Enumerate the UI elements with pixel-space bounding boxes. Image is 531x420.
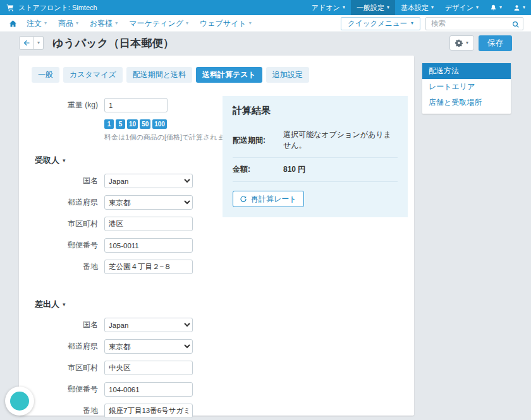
field-label: 番地 [32, 261, 104, 272]
account-menu[interactable]: ▾ [508, 0, 531, 15]
chevron-down-icon: ▾ [431, 5, 434, 10]
sidebar-item-stores-pickup-points[interactable]: 店舗と受取場所 [422, 95, 511, 111]
shipping-time-value: 選択可能なオプションがありません。 [283, 129, 398, 151]
menu-design[interactable]: デザイン ▾ [439, 0, 484, 15]
topbar: ストアフロント: Simtech アドオン ▾ 一般設定 ▾ 基本設定 ▾ デザ… [0, 0, 531, 15]
field-label: 番地 [32, 405, 104, 416]
home-icon[interactable] [8, 20, 21, 28]
tab-rate-calculation-test[interactable]: 送料計算テスト [196, 67, 262, 83]
quick-menu-button[interactable]: クイックメニュー ▾ [341, 17, 420, 30]
sidebar-item-rate-areas[interactable]: レートエリア [422, 79, 511, 95]
sender-city-row: 市区町村 [32, 361, 401, 375]
tab-bar: 一般 カスタマイズ 配送期間と送料 送料計算テスト 追加設定 [32, 67, 401, 83]
refresh-icon [240, 195, 247, 203]
chevron-down-icon: ▾ [523, 5, 525, 10]
chevron-down-icon: ▾ [37, 40, 40, 45]
sender-state-select[interactable]: 東京都 [104, 339, 193, 354]
recalculate-rates-button[interactable]: 再計算レート [233, 191, 304, 207]
chevron-down-icon: ▾ [63, 302, 66, 308]
amount-label: 金額: [233, 164, 283, 175]
back-button[interactable] [19, 36, 34, 50]
arrow-left-icon [23, 39, 30, 47]
field-label: 市区町村 [32, 219, 104, 229]
field-label: 都道府県 [32, 341, 104, 352]
sender-address-row: 番地 [32, 404, 401, 418]
sidebar: 配送方法 レートエリア 店舗と受取場所 [422, 63, 511, 114]
recipient-country-select[interactable]: Japan [104, 174, 193, 188]
amount-value: 810 円 [283, 164, 305, 175]
chevron-down-icon: ▾ [186, 21, 188, 26]
field-label: 市区町村 [32, 363, 104, 373]
sender-city-input[interactable] [104, 361, 193, 375]
page-header-actions: ▾ 保存 [449, 35, 512, 51]
tab-customize[interactable]: カスタマイズ [63, 67, 123, 83]
weight-label: 重量 (kg) [32, 100, 104, 111]
weight-preset-100[interactable]: 100 [152, 119, 167, 129]
sender-country-select[interactable]: Japan [104, 318, 193, 332]
menu-basic-settings[interactable]: 基本設定 ▾ [395, 0, 439, 15]
tab-additional-settings[interactable]: 追加設定 [266, 67, 309, 83]
weight-preset-10[interactable]: 10 [127, 119, 138, 129]
notifications-menu[interactable]: ▾ [484, 0, 508, 15]
chevron-down-icon: ▾ [466, 40, 468, 45]
chevron-down-icon: ▾ [343, 5, 345, 10]
field-label: 国名 [32, 176, 104, 186]
chat-widget-button[interactable] [5, 387, 34, 416]
nav-item-customers[interactable]: お客様 ▾ [84, 18, 123, 29]
cart-icon [6, 4, 14, 11]
shipping-time-row: 配送期間: 選択可能なオプションがありません。 [233, 123, 398, 158]
search-icon[interactable] [512, 20, 520, 31]
chevron-down-icon: ▾ [76, 21, 78, 26]
recipient-city-input[interactable] [104, 217, 193, 231]
weight-preset-50[interactable]: 50 [140, 119, 150, 129]
settings-gear-button[interactable]: ▾ [449, 35, 474, 51]
chevron-down-icon: ▾ [249, 21, 252, 26]
search-box [425, 17, 523, 30]
shipping-method-card: 一般 カスタマイズ 配送期間と送料 送料計算テスト 追加設定 重量 (kg) 1… [19, 56, 414, 416]
recipient-address-input[interactable] [104, 260, 193, 274]
recipient-state-select[interactable]: 東京都 [104, 195, 193, 210]
menu-addons[interactable]: アドオン ▾ [306, 0, 351, 15]
sender-address-input[interactable] [104, 404, 193, 418]
admin-page: ストアフロント: Simtech アドオン ▾ 一般設定 ▾ 基本設定 ▾ デザ… [0, 0, 531, 420]
sender-section-toggle[interactable]: 差出人 ▾ [35, 299, 401, 310]
save-button[interactable]: 保存 [479, 35, 512, 51]
chevron-down-icon: ▾ [476, 5, 479, 10]
weight-preset-5[interactable]: 5 [116, 119, 125, 129]
weight-preset-1[interactable]: 1 [104, 119, 114, 129]
nav-item-orders[interactable]: 注文 ▾ [21, 18, 52, 29]
gear-icon [455, 39, 463, 47]
main-navbar: 注文 ▾ 商品 ▾ お客様 ▾ マーケティング ▾ ウェブサイト ▾ クイックメ… [0, 15, 531, 32]
nav-item-products[interactable]: 商品 ▾ [52, 18, 84, 29]
chevron-down-icon: ▾ [63, 158, 66, 164]
weight-input[interactable] [104, 98, 168, 112]
chevron-down-icon: ▾ [44, 21, 47, 26]
recipient-city-row: 市区町村 [32, 217, 401, 231]
shipping-time-label: 配送期間: [233, 135, 283, 146]
menu-general-settings[interactable]: 一般設定 ▾ [351, 0, 395, 15]
sender-state-row: 都道府県 東京都 [32, 339, 401, 354]
back-dropdown-button[interactable]: ▾ [34, 36, 44, 50]
recipient-address-row: 番地 [32, 260, 401, 274]
sidebar-item-shipping-methods[interactable]: 配送方法 [422, 63, 511, 79]
tab-shipping-time-rates[interactable]: 配送期間と送料 [126, 67, 192, 83]
recipient-zip-input[interactable] [104, 238, 193, 253]
calculation-result-panel: 計算結果 配送期間: 選択可能なオプションがありません。 金額: 810 円 再… [223, 96, 408, 217]
chevron-down-icon: ▾ [499, 5, 502, 10]
tab-general[interactable]: 一般 [32, 67, 59, 83]
search-input[interactable] [425, 17, 523, 30]
chevron-down-icon: ▾ [387, 5, 389, 10]
page-header: ▾ ゆうパック（日本郵便） ▾ 保存 [0, 32, 531, 54]
nav-item-website[interactable]: ウェブサイト ▾ [194, 18, 257, 29]
storefront-switcher[interactable]: ストアフロント: Simtech [6, 0, 97, 15]
recipient-zip-row: 郵便番号 [32, 238, 401, 253]
chat-logo-icon [10, 392, 29, 411]
sender-zip-input[interactable] [104, 382, 193, 397]
storefront-label: ストアフロント: Simtech [18, 3, 97, 13]
result-title: 計算結果 [233, 105, 398, 117]
field-label: 都道府県 [32, 197, 104, 208]
bell-icon [490, 4, 497, 11]
sender-country-row: 国名 Japan [32, 318, 401, 332]
nav-item-marketing[interactable]: マーケティング ▾ [123, 18, 194, 29]
field-label: 郵便番号 [32, 240, 104, 251]
